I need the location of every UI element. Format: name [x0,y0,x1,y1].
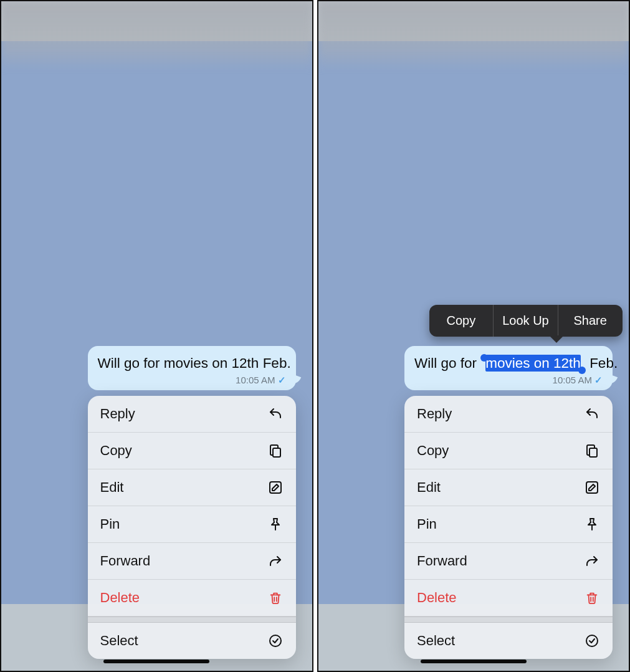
copy-icon [584,443,600,459]
svg-rect-4 [586,482,598,493]
menu-forward[interactable]: Forward [404,543,613,580]
menu-label: Copy [100,443,132,459]
svg-rect-1 [270,482,281,493]
menu-label: Delete [100,590,140,606]
menu-select[interactable]: Select [404,623,613,659]
context-menu: Reply Copy Edit Pin [404,396,613,659]
forward-icon [584,553,600,569]
menu-pin[interactable]: Pin [404,506,613,543]
menu-label: Edit [417,479,441,496]
message-text: Will go for movies on 12th Feb. [98,355,291,371]
sent-tick-icon: ✓ [594,375,603,385]
menu-label: Reply [417,406,452,422]
pin-icon [584,516,600,532]
menu-label: Reply [100,406,135,422]
edit-icon [584,479,600,496]
screenshot-right: Copy Look Up Share Will go for movies on… [317,0,631,672]
menu-separator [88,617,296,623]
callout-lookup[interactable]: Look Up [493,305,558,337]
home-indicator [421,660,527,663]
svg-rect-3 [589,448,597,457]
pin-icon [267,516,284,532]
selected-text[interactable]: movies on 12th [485,355,581,372]
bubble-tail [605,374,618,387]
forward-icon [267,553,284,569]
callout-label: Look Up [502,314,549,327]
message-time: 10:05 AM [236,375,275,385]
svg-point-5 [586,635,598,646]
message-text: Will go for movies on 12th Feb. [414,355,618,371]
menu-label: Forward [417,553,467,569]
menu-separator [404,617,613,623]
blurred-header [1,1,312,70]
text-selection-callout: Copy Look Up Share [429,305,623,337]
callout-share[interactable]: Share [558,305,623,337]
svg-point-2 [270,635,281,646]
context-menu: Reply Copy Edit Pin [88,396,296,659]
bubble-tail [288,374,301,387]
menu-label: Pin [417,516,437,532]
message-bubble[interactable]: Will go for movies on 12th Feb. 10:05 AM… [404,346,613,390]
menu-edit[interactable]: Edit [88,469,296,506]
menu-label: Edit [100,479,124,496]
callout-label: Share [573,314,606,327]
callout-copy[interactable]: Copy [429,305,494,337]
menu-pin[interactable]: Pin [88,506,296,543]
menu-label: Forward [100,553,151,569]
callout-label: Copy [446,314,475,327]
menu-copy[interactable]: Copy [404,433,613,469]
message-meta: 10:05 AM✓ [98,375,286,386]
sent-tick-icon: ✓ [278,375,286,385]
menu-label: Copy [417,443,449,459]
menu-reply[interactable]: Reply [88,396,296,433]
menu-delete[interactable]: Delete [88,580,296,617]
menu-label: Pin [100,516,120,532]
trash-icon [584,590,600,606]
selection-handle-end-icon[interactable] [578,367,586,374]
callout-arrow-icon [549,335,564,343]
menu-label: Select [417,633,455,649]
blurred-header [318,1,629,70]
menu-copy[interactable]: Copy [88,433,296,469]
menu-forward[interactable]: Forward [88,543,296,580]
menu-edit[interactable]: Edit [404,469,613,506]
message-time: 10:05 AM [553,375,592,385]
edit-icon [267,479,284,496]
menu-reply[interactable]: Reply [404,396,613,433]
select-circle-icon [584,633,600,649]
reply-icon [584,406,600,422]
copy-icon [267,443,284,459]
message-bubble[interactable]: Will go for movies on 12th Feb. 10:05 AM… [88,346,296,390]
svg-rect-0 [273,448,280,457]
menu-delete[interactable]: Delete [404,580,613,617]
reply-icon [267,406,284,422]
message-meta: 10:05 AM✓ [414,375,603,386]
menu-label: Delete [417,590,457,606]
menu-label: Select [100,633,138,649]
menu-select[interactable]: Select [88,623,296,659]
select-circle-icon [267,633,284,649]
trash-icon [267,590,284,606]
screenshot-left: Will go for movies on 12th Feb. 10:05 AM… [0,0,313,672]
home-indicator [103,660,209,663]
